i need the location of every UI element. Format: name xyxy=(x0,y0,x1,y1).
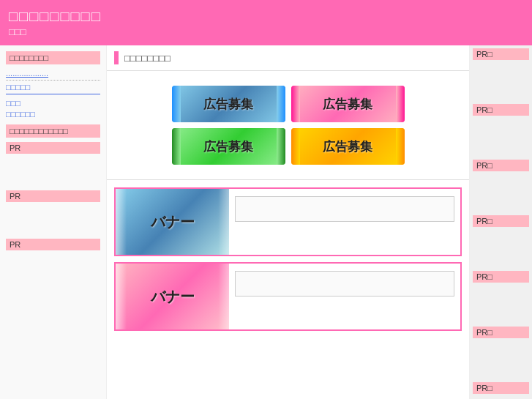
right-pr-5-content xyxy=(473,340,529,376)
banner-accent-left-icon xyxy=(116,189,127,255)
right-sidebar: PR□ PR□ PR□ PR□ PR□ PR□ PR□ PR□ xyxy=(470,45,532,399)
banner-entry-2-content xyxy=(229,264,460,329)
content-header-title: □□□□□□□□ xyxy=(124,53,171,64)
right-pr-3-content xyxy=(473,228,529,265)
right-pr-6-header: PR□ xyxy=(473,382,529,394)
left-pr1-content xyxy=(6,155,100,184)
center-content: □□□□□□□□ 広告募集 広告募集 広告募集 広告募集 バナー xyxy=(106,45,470,399)
banner-entry-2: バナー xyxy=(114,262,462,331)
ad-banner-3[interactable]: 広告募集 xyxy=(291,128,405,165)
sidebar-divider xyxy=(6,94,100,94)
ad-banner-3-label: 広告募集 xyxy=(323,138,372,155)
banner-entry-1: バナー xyxy=(114,187,462,256)
content-header: □□□□□□□□ xyxy=(107,45,469,71)
right-pr-1-header: PR□ xyxy=(473,104,529,116)
right-pr-6-content xyxy=(473,395,529,399)
banner-accent-right-icon xyxy=(218,189,229,255)
header: □□□□□□□□□ □□□ xyxy=(0,0,532,45)
right-pr-5-header: PR□ xyxy=(473,327,529,338)
left-pr3-content xyxy=(6,252,100,281)
sidebar-link4[interactable]: □□□□□□ xyxy=(6,110,100,119)
ad-banner-grid: 広告募集 広告募集 広告募集 広告募集 xyxy=(107,71,469,172)
content-divider1 xyxy=(107,179,469,180)
right-pr-2-header: PR□ xyxy=(473,160,529,171)
right-pr-2-content xyxy=(473,173,529,209)
sidebar-section2-title: □□□□□□□□□□□□ xyxy=(6,124,100,138)
left-pr3-label: PR xyxy=(6,239,100,250)
left-pr2-label: PR xyxy=(6,190,100,202)
ad-banner-1-label: 広告募集 xyxy=(323,96,372,113)
ad-banner-2-label: 広告募集 xyxy=(203,138,253,155)
banner-entry-2-accent-left-icon xyxy=(116,264,127,329)
sidebar-link2[interactable]: □□□□□ xyxy=(6,83,100,92)
left-sidebar: □□□□□□□□ ................... □□□□□ □□□ □… xyxy=(0,45,106,399)
banner-entry-2-accent-right-icon xyxy=(218,264,229,329)
left-pr1-label: PR xyxy=(6,142,100,154)
ad-banner-2[interactable]: 広告募集 xyxy=(172,128,285,165)
banner-entry-2-box xyxy=(235,271,454,297)
left-pr2-content xyxy=(6,204,100,233)
banner-entry-2-text: バナー xyxy=(151,287,195,307)
right-pr-3-header: PR□ xyxy=(473,215,529,227)
right-pr-0-header: PR□ xyxy=(473,48,529,60)
ad-banner-0[interactable]: 広告募集 xyxy=(172,86,285,122)
right-pr-4-header: PR□ xyxy=(473,271,529,283)
right-pr-1-content xyxy=(473,117,529,154)
banner-entry-1-image: バナー xyxy=(116,189,229,255)
banner-entry-1-text: バナー xyxy=(151,212,195,232)
banner-entry-1-box xyxy=(235,196,454,222)
sidebar-link1[interactable]: ................... xyxy=(6,69,100,81)
right-pr-0-content xyxy=(473,61,529,98)
site-title: □□□□□□□□□ xyxy=(9,8,523,25)
right-pr-4-content xyxy=(473,284,529,321)
content-header-bar-icon xyxy=(114,51,119,64)
main-layout: □□□□□□□□ ................... □□□□□ □□□ □… xyxy=(0,45,532,399)
banner-entry-1-content xyxy=(229,189,460,255)
sidebar-link3[interactable]: □□□ xyxy=(6,99,100,108)
ad-banner-0-label: 広告募集 xyxy=(203,96,253,113)
banner-entry-2-image: バナー xyxy=(116,264,229,329)
sidebar-section1-title: □□□□□□□□ xyxy=(6,51,100,64)
ad-banner-1[interactable]: 広告募集 xyxy=(291,86,405,122)
site-subtitle: □□□ xyxy=(9,26,523,37)
